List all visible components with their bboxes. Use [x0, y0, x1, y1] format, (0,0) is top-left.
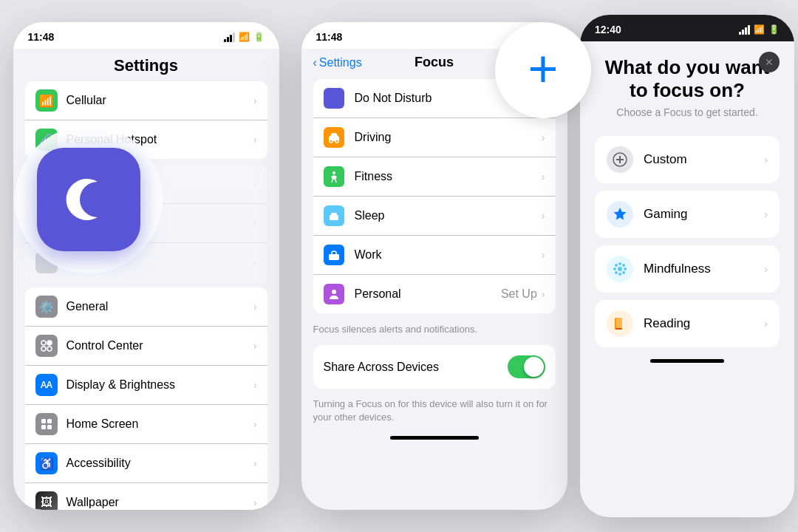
svg-point-22 — [618, 267, 622, 271]
chevron-icon: › — [253, 418, 257, 430]
settings-status-icons: 📶 🔋 — [224, 32, 265, 42]
svg-point-28 — [622, 271, 625, 274]
driving-icon — [324, 127, 344, 148]
svg-point-0 — [41, 341, 46, 345]
driving-right: › — [542, 132, 545, 143]
settings-item-home-screen[interactable]: Home Screen › — [25, 405, 267, 444]
fitness-icon — [324, 166, 344, 187]
svg-line-13 — [332, 180, 332, 183]
focus-chooser-content: What do you want to focus on? Choose a F… — [580, 41, 794, 347]
svg-point-3 — [47, 347, 52, 351]
chevron-icon: › — [764, 154, 768, 166]
work-right: › — [542, 249, 545, 261]
wifi-icon: 📶 — [239, 32, 250, 42]
svg-point-2 — [41, 347, 46, 351]
dnd-icon — [324, 88, 344, 109]
svg-point-25 — [613, 267, 616, 270]
sleep-icon — [324, 205, 344, 226]
chevron-icon: › — [253, 95, 257, 106]
focus-items-list: Do Not Disturb Driving › — [313, 79, 556, 313]
battery-icon: 🔋 — [768, 24, 780, 35]
chooser-status-bar: 12:40 📶 🔋 — [580, 15, 794, 41]
chevron-icon: › — [253, 340, 257, 352]
battery-icon: 🔋 — [253, 32, 265, 42]
focus-item-sleep[interactable]: Sleep › — [313, 197, 556, 236]
svg-point-26 — [624, 267, 627, 270]
svg-point-30 — [615, 271, 618, 274]
chevron-icon: › — [253, 256, 257, 268]
back-chevron-icon: ‹ — [313, 56, 317, 69]
settings-item-display[interactable]: AA Display & Brightness › — [25, 366, 267, 405]
svg-rect-32 — [616, 318, 622, 328]
focus-time: 11:48 — [316, 31, 343, 43]
close-icon: ✕ — [765, 56, 774, 68]
home-screen-icon — [35, 413, 58, 435]
work-icon — [324, 245, 344, 265]
svg-point-29 — [622, 264, 625, 267]
signal-icon — [224, 33, 235, 42]
chevron-icon: › — [253, 301, 257, 313]
cellular-icon: 📶 — [35, 89, 58, 112]
plus-icon: + — [528, 43, 559, 95]
focus-item-driving[interactable]: Driving › — [313, 118, 556, 157]
svg-rect-15 — [330, 215, 338, 220]
svg-rect-5 — [47, 419, 52, 423]
settings-item-cellular[interactable]: 📶 Cellular › — [25, 81, 267, 120]
panel2-focus-wrap: + 11:48 📶 🔋 ‹ Settings Focus — [292, 0, 576, 532]
svg-point-24 — [618, 273, 621, 276]
back-button[interactable]: ‹ Settings — [313, 56, 362, 69]
settings-status-bar: 11:48 📶 🔋 — [13, 22, 279, 49]
panel1-settings-wrap: 11:48 📶 🔋 Settings 📶 Cellular › — [0, 0, 292, 532]
settings-bottom-list: ⚙️ General › Control Center › AA — [25, 287, 267, 510]
reading-icon — [607, 310, 633, 337]
custom-icon — [607, 146, 633, 173]
panel3-chooser-wrap: 12:40 📶 🔋 ✕ What do you want to focus on… — [576, 0, 798, 532]
focus-option-gaming[interactable]: Gaming › — [595, 191, 780, 238]
focus-app-icon — [37, 148, 140, 251]
wallpaper-icon: 🖼 — [35, 491, 58, 510]
focus-option-custom[interactable]: Custom › — [595, 136, 780, 183]
close-button[interactable]: ✕ — [759, 52, 780, 72]
chevron-icon: › — [253, 134, 257, 146]
focus-option-mindfulness[interactable]: Mindfulness › — [595, 245, 780, 293]
focus-item-work[interactable]: Work › — [313, 236, 556, 275]
settings-item-wallpaper[interactable]: 🖼 Wallpaper › — [25, 483, 267, 510]
mindfulness-icon — [607, 256, 633, 282]
chooser-time: 12:40 — [595, 24, 621, 35]
chooser-status-icons: 📶 🔋 — [739, 24, 780, 35]
personal-icon — [324, 284, 344, 304]
focus-option-reading[interactable]: Reading › — [595, 300, 780, 347]
share-label: Share Across Devices — [324, 361, 440, 374]
settings-time: 11:48 — [28, 31, 55, 43]
accessibility-icon: ♿ — [35, 452, 58, 474]
svg-rect-6 — [41, 425, 46, 429]
focus-item-fitness[interactable]: Fitness › — [313, 157, 556, 197]
chooser-subtitle: Choose a Focus to get started. — [595, 106, 780, 118]
svg-point-12 — [332, 171, 335, 174]
signal-icon — [739, 25, 750, 35]
fitness-right: › — [542, 171, 545, 183]
svg-rect-17 — [329, 254, 339, 260]
svg-rect-4 — [41, 419, 46, 423]
svg-line-14 — [335, 180, 336, 183]
chevron-icon: › — [542, 288, 545, 300]
settings-item-general[interactable]: ⚙️ General › — [25, 287, 267, 327]
focus-page-title: Focus — [415, 55, 454, 70]
settings-item-accessibility[interactable]: ♿ Accessibility › — [25, 444, 267, 483]
svg-rect-33 — [615, 328, 622, 330]
personal-right: Set Up › — [501, 287, 545, 301]
focus-note: Focus silences alerts and notifications. — [301, 319, 567, 339]
chevron-icon: › — [253, 178, 257, 190]
general-icon: ⚙️ — [35, 296, 58, 318]
chevron-icon: › — [542, 210, 545, 222]
home-indicator — [650, 359, 724, 363]
add-focus-button[interactable]: + — [495, 22, 591, 118]
focus-item-personal[interactable]: Personal Set Up › — [313, 275, 556, 313]
settings-item-control-center[interactable]: Control Center › — [25, 327, 267, 366]
share-toggle[interactable] — [508, 355, 545, 378]
svg-rect-16 — [331, 213, 337, 216]
svg-rect-7 — [47, 425, 52, 429]
focus-chooser-panel: 12:40 📶 🔋 ✕ What do you want to focus on… — [580, 15, 794, 517]
share-across-devices-row: Share Across Devices — [313, 345, 556, 389]
control-center-icon — [35, 335, 58, 357]
